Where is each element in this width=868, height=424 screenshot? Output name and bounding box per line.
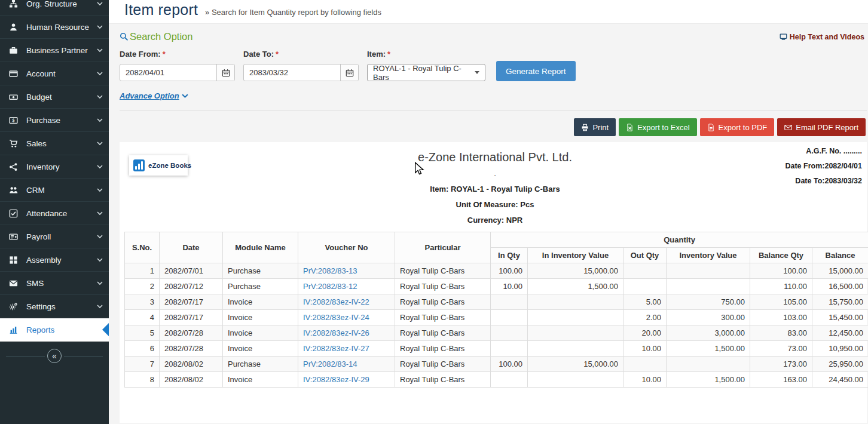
header-sn: S.No. — [125, 232, 160, 263]
sidebar-item-inventory[interactable]: Inventory — [0, 155, 109, 179]
company-address: . — [262, 169, 728, 178]
advance-option-link[interactable]: Advance Option — [120, 91, 188, 100]
company-name: e-Zone International Pvt. Ltd. — [262, 150, 728, 164]
sidebar-item-account[interactable]: Account — [0, 62, 109, 85]
calendar-icon[interactable] — [340, 64, 358, 81]
date-from-label: Date From:* — [120, 50, 235, 59]
sidebar-item-payroll[interactable]: Payroll — [0, 225, 109, 248]
cell-balance: 12,450.00 — [812, 325, 868, 341]
sidebar-item-label: Payroll — [26, 232, 97, 241]
cell-module: Invoice — [223, 294, 298, 310]
cell-voucher: PrV:2082/83-13 — [298, 263, 395, 279]
search-form: Date From:* Date To:* Item — [120, 50, 867, 81]
sidebar-collapse-button[interactable]: « — [47, 349, 62, 363]
date-from-field: Date From:* — [120, 50, 235, 81]
sidebar-item-assembly[interactable]: Assembly — [0, 248, 109, 272]
cell-sn: 3 — [125, 294, 160, 310]
cell-in-inventory-value — [528, 341, 624, 357]
cell-sn: 6 — [125, 341, 160, 357]
help-link-label: Help Text and Videos — [790, 33, 864, 41]
logo-text: eZone Books — [148, 162, 191, 169]
search-option-header: Search Option Help Text and Videos — [120, 30, 867, 50]
cell-date: 2082/07/01 — [160, 263, 223, 279]
table-row: 72082/08/02PurchasePrV:2082/83-14Royal T… — [125, 357, 868, 372]
voucher-link[interactable]: IV:2082/83ez-IV-24 — [303, 313, 369, 322]
cell-module: Purchase — [223, 263, 298, 279]
print-button-label: Print — [592, 123, 609, 132]
cell-module: Purchase — [223, 357, 298, 372]
email-pdf-label: Email PDF Report — [796, 123, 858, 132]
cell-balance: 10,950.00 — [812, 341, 868, 357]
cell-in-inventory-value — [528, 294, 624, 310]
print-button[interactable]: Print — [574, 118, 616, 136]
sidebar-item-budget[interactable]: Budget — [0, 85, 109, 109]
sidebar-item-business-partner[interactable]: Business Partner — [0, 39, 109, 62]
sidebar-item-sales[interactable]: Sales — [0, 132, 109, 155]
cell-inventory-value: 300.00 — [667, 310, 750, 325]
voucher-link[interactable]: IV:2082/83ez-IV-27 — [303, 344, 369, 353]
chevron-down-icon — [97, 211, 103, 216]
report-center-header: e-Zone International Pvt. Ltd. . Item: R… — [262, 146, 728, 225]
help-text-and-videos-link[interactable]: Help Text and Videos — [780, 33, 864, 41]
export-to-excel-button[interactable]: Export to Excel — [619, 118, 696, 136]
agf-no: A.G.F. No. ......... — [728, 147, 862, 155]
date-to-input[interactable] — [244, 64, 340, 81]
sidebar-item-label: Attendance — [26, 209, 97, 218]
header-in-qty: In Qty — [491, 248, 528, 263]
email-pdf-report-button[interactable]: Email PDF Report — [777, 118, 866, 136]
voucher-link[interactable]: PrV:2082/83-12 — [303, 282, 357, 291]
table-row: 32082/07/17InvoiceIV:2082/83ez-IV-22Roya… — [125, 294, 868, 310]
cell-sn: 7 — [125, 357, 160, 372]
cell-date: 2082/08/02 — [160, 357, 223, 372]
header-quantity-group: Quantity — [491, 232, 868, 248]
attendance-icon — [9, 209, 20, 218]
item-label: Item:* — [367, 50, 485, 59]
cell-in-inventory-value: 15,000.00 — [528, 357, 624, 372]
sidebar-item-crm[interactable]: CRM — [0, 179, 109, 202]
sidebar-item-org-structure[interactable]: Org. Structure — [0, 0, 109, 16]
cell-in-inventory-value: 1,500.00 — [528, 279, 624, 294]
item-select[interactable]: ROYAL-1 - Royal Tulip C-Bars — [367, 64, 485, 81]
export-to-pdf-button[interactable]: Export to PDF — [700, 118, 775, 136]
crm-icon — [9, 186, 20, 195]
cell-balance-qty: 173.00 — [750, 357, 812, 372]
cell-module: Purchase — [223, 279, 298, 294]
header-in-inventory-value: In Inventory Value — [528, 248, 624, 263]
sidebar-item-label: Account — [26, 69, 97, 78]
sidebar-item-reports[interactable]: Reports — [0, 318, 109, 342]
cell-particular: Royal Tulip C-Bars — [395, 357, 491, 372]
voucher-link[interactable]: PrV:2082/83-13 — [303, 266, 357, 275]
voucher-link[interactable]: IV:2082/83ez-IV-29 — [303, 375, 369, 384]
generate-report-button[interactable]: Generate Report — [496, 61, 576, 81]
header-balance-qty: Balance Qty — [750, 248, 812, 263]
sidebar-item-label: Org. Structure — [26, 0, 97, 8]
sidebar-item-settings[interactable]: Settings — [0, 295, 109, 318]
sidebar-item-purchase[interactable]: $Purchase — [0, 109, 109, 132]
voucher-link[interactable]: IV:2082/83ez-IV-22 — [303, 297, 369, 306]
sidebar-item-label: Purchase — [26, 116, 97, 125]
header-voucher: Voucher No — [298, 232, 395, 263]
calendar-icon[interactable] — [216, 64, 234, 81]
table-row: 42082/07/17InvoiceIV:2082/83ez-IV-24Roya… — [125, 310, 868, 325]
human-resource-icon — [9, 23, 20, 32]
cell-voucher: IV:2082/83ez-IV-29 — [298, 372, 395, 388]
cell-out-qty — [624, 263, 667, 279]
cell-in-qty — [491, 372, 528, 388]
reports-icon — [9, 325, 20, 334]
chevron-down-icon — [97, 72, 103, 76]
sidebar-item-sms[interactable]: SMS — [0, 272, 109, 295]
sidebar-item-label: CRM — [26, 186, 97, 195]
chevron-down-icon — [97, 258, 103, 262]
date-from-input[interactable] — [120, 64, 216, 81]
voucher-link[interactable]: PrV:2082/83-14 — [303, 360, 357, 368]
cell-voucher: IV:2082/83ez-IV-22 — [298, 294, 395, 310]
excel-file-icon — [626, 124, 634, 131]
sidebar-item-human-resource[interactable]: Human Resource — [0, 16, 109, 39]
cell-in-inventory-value — [528, 372, 624, 388]
chevron-down-icon — [475, 71, 479, 74]
search-icon — [120, 32, 129, 41]
sidebar-item-attendance[interactable]: Attendance — [0, 202, 109, 225]
voucher-link[interactable]: IV:2082/83ez-IV-26 — [303, 328, 369, 337]
sidebar-item-label: Assembly — [26, 256, 97, 265]
cell-balance: 15,000.00 — [812, 263, 868, 279]
